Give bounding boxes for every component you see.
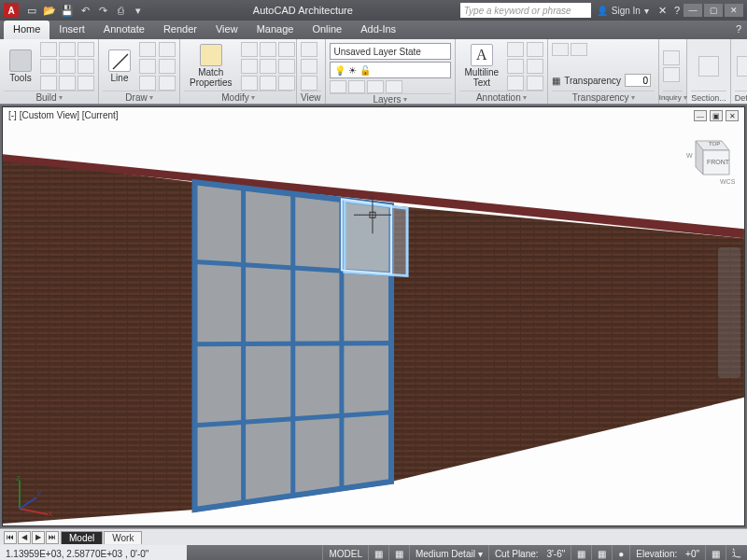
trans-btn[interactable] [552, 43, 569, 56]
tab-online[interactable]: Online [303, 21, 351, 39]
build-btn[interactable] [59, 76, 76, 91]
qat-new-icon[interactable]: ▭ [24, 3, 39, 18]
layer-btn[interactable] [348, 80, 365, 93]
build-btn[interactable] [59, 42, 76, 57]
tab-render[interactable]: Render [154, 21, 206, 39]
inquiry-btn[interactable] [663, 67, 680, 82]
panel-arrow-icon[interactable]: ▾ [251, 93, 255, 102]
tab-home[interactable]: Home [4, 21, 49, 39]
trans-btn[interactable] [571, 43, 587, 56]
modify-btn[interactable] [260, 76, 276, 91]
anno-btn[interactable] [527, 59, 543, 74]
navigation-bar[interactable] [718, 247, 740, 378]
tab-model[interactable]: Model [61, 531, 103, 544]
build-btn[interactable] [40, 59, 57, 74]
status-toggle[interactable]: ▦ [591, 545, 612, 560]
panel-arrow-icon[interactable]: ▾ [403, 95, 407, 104]
draw-btn[interactable] [139, 76, 156, 91]
close-button[interactable]: ✕ [725, 4, 743, 17]
anno-btn[interactable] [507, 42, 524, 57]
maximize-button[interactable]: ▢ [704, 4, 723, 17]
build-btn[interactable] [78, 76, 94, 91]
modify-btn[interactable] [260, 59, 276, 74]
tab-next-icon[interactable]: ▶ [32, 531, 45, 544]
tab-annotate[interactable]: Annotate [94, 21, 154, 39]
status-toggle[interactable]: ▦ [705, 545, 726, 560]
qat-more-icon[interactable]: ▾ [131, 3, 146, 18]
viewport-3d[interactable]: [-] [Custom View] [Current] — ▣ ✕ [2, 106, 745, 526]
qat-save-icon[interactable]: 💾 [60, 3, 75, 18]
layer-state-dropdown[interactable]: Unsaved Layer State [330, 43, 451, 60]
status-toggle[interactable]: ▦ [388, 545, 409, 560]
draw-btn[interactable] [159, 42, 176, 57]
status-toggle[interactable]: ▦ [368, 545, 388, 560]
panel-arrow-icon[interactable]: ▾ [631, 93, 635, 102]
build-btn[interactable] [78, 59, 94, 74]
draw-btn[interactable] [159, 59, 176, 74]
coordinate-readout[interactable]: 1.13959E+03, 2.58770E+03 , 0'-0" [0, 545, 187, 560]
qat-redo-icon[interactable]: ↷ [95, 3, 110, 18]
detail-level-dropdown[interactable]: Medium Detail ▾ [409, 545, 488, 560]
status-toggle[interactable]: ⻌ [726, 545, 747, 560]
qat-print-icon[interactable]: ⎙ [113, 3, 128, 18]
anno-btn[interactable] [507, 76, 524, 91]
anno-btn[interactable] [527, 42, 543, 57]
inquiry-btn[interactable] [663, 50, 680, 65]
view-btn[interactable] [301, 76, 317, 91]
view-btn[interactable] [301, 59, 317, 74]
view-btn[interactable] [301, 42, 317, 57]
multiline-text-button[interactable]: AMultiline Text [459, 42, 505, 90]
tab-work[interactable]: Work [104, 531, 142, 544]
tab-view[interactable]: View [206, 21, 247, 39]
qat-open-icon[interactable]: 📂 [42, 3, 57, 18]
panel-arrow-icon[interactable]: ▾ [149, 93, 153, 102]
draw-btn[interactable] [139, 42, 156, 57]
viewcube[interactable]: TOP FRONT W WCS ▾ [679, 130, 735, 186]
exchange-icon[interactable]: ✕ [658, 5, 667, 17]
status-model[interactable]: MODEL [322, 545, 368, 560]
layer-btn[interactable] [386, 80, 402, 93]
signin-button[interactable]: 👤 Sign In ▾ [597, 6, 649, 16]
panel-arrow-icon[interactable]: ▾ [684, 93, 687, 102]
replay-icon[interactable]: ● [612, 545, 629, 560]
modify-btn[interactable] [241, 76, 258, 91]
app-logo[interactable]: A [4, 3, 19, 18]
details-btn[interactable] [737, 56, 747, 77]
help-icon[interactable]: ? [674, 5, 680, 16]
match-properties-button[interactable]: Match Properties [184, 42, 238, 90]
tab-addins[interactable]: Add-Ins [351, 21, 405, 39]
layer-btn[interactable] [367, 80, 384, 93]
qat-undo-icon[interactable]: ↶ [78, 3, 92, 18]
modify-btn[interactable] [278, 59, 295, 74]
build-btn[interactable] [59, 59, 76, 74]
minimize-button[interactable]: — [684, 4, 702, 17]
build-btn[interactable] [40, 42, 57, 57]
anno-btn[interactable] [507, 59, 524, 74]
elevation-field[interactable]: Elevation: +0" [629, 545, 705, 560]
draw-btn[interactable] [159, 76, 176, 91]
line-button[interactable]: Line [103, 48, 136, 85]
transparency-input[interactable] [625, 74, 651, 87]
layer-btn[interactable] [330, 80, 346, 93]
ribbon-help-icon[interactable]: ? [730, 21, 747, 39]
help-search-input[interactable]: Type a keyword or phrase [460, 3, 591, 18]
panel-arrow-icon[interactable]: ▾ [59, 93, 63, 102]
panel-arrow-icon[interactable]: ▾ [523, 93, 527, 102]
tab-prev-icon[interactable]: ◀ [18, 531, 31, 544]
modify-btn[interactable] [260, 42, 276, 57]
cut-plane-field[interactable]: Cut Plane: 3'-6" [488, 545, 571, 560]
tab-insert[interactable]: Insert [49, 21, 94, 39]
modify-btn[interactable] [278, 42, 295, 57]
modify-btn[interactable] [278, 76, 295, 91]
modify-btn[interactable] [241, 42, 258, 57]
draw-btn[interactable] [139, 59, 156, 74]
section-btn[interactable] [698, 56, 719, 77]
modify-btn[interactable] [241, 59, 258, 74]
tab-last-icon[interactable]: ⏭ [46, 531, 59, 544]
tab-manage[interactable]: Manage [247, 21, 303, 39]
build-btn[interactable] [78, 42, 94, 57]
build-btn[interactable] [40, 76, 57, 91]
layer-dropdown[interactable]: 💡☀🔓 [330, 62, 451, 78]
anno-btn[interactable] [527, 76, 543, 91]
status-toggle[interactable]: ▦ [571, 545, 591, 560]
